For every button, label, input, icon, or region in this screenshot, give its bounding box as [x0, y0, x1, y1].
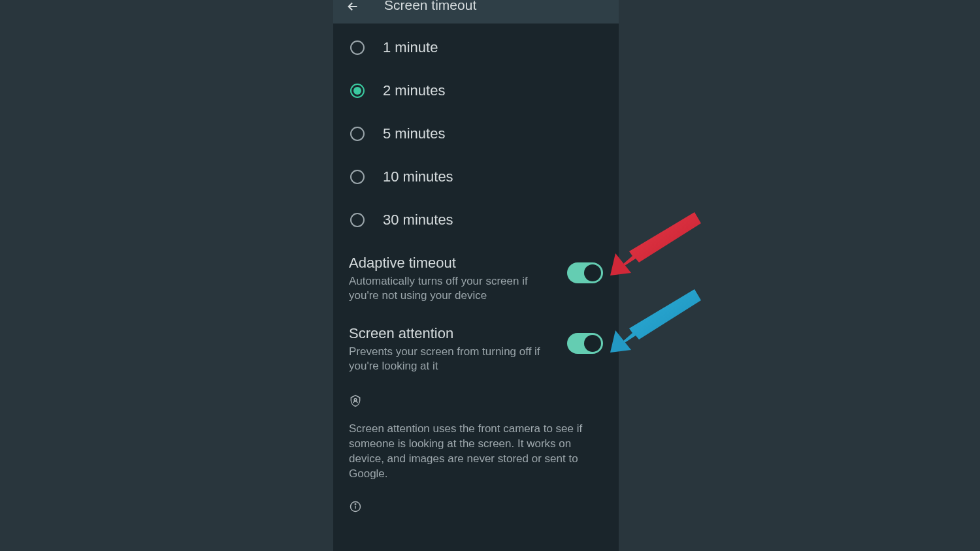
svg-point-0	[354, 399, 357, 401]
radio-label: 30 minutes	[383, 212, 453, 228]
toggle-text-block: Screen attention Prevents your screen fr…	[349, 325, 567, 373]
info-icon[interactable]	[349, 500, 362, 513]
annotation-arrow-red-icon	[606, 209, 704, 281]
header-bar: Screen timeout	[333, 0, 619, 24]
timeout-options-list: 1 minute 2 minutes 5 minutes 10 minutes …	[333, 24, 619, 244]
annotation-arrow-blue-icon	[606, 286, 704, 358]
privacy-note-section: Screen attention uses the front camera t…	[333, 385, 619, 525]
adaptive-timeout-desc: Automatically turns off your screen if y…	[349, 274, 557, 303]
toggle-knob-icon	[584, 335, 601, 352]
svg-marker-4	[612, 212, 701, 274]
page-title: Screen timeout	[384, 0, 476, 13]
radio-icon	[350, 40, 365, 55]
radio-option-10-minutes[interactable]: 10 minutes	[333, 155, 619, 198]
radio-icon	[350, 84, 365, 98]
radio-label: 1 minute	[383, 39, 438, 56]
privacy-shield-icon	[349, 394, 362, 407]
screen-attention-title: Screen attention	[349, 325, 557, 342]
toggle-knob-icon	[584, 264, 601, 281]
radio-icon	[350, 213, 365, 227]
adaptive-timeout-toggle[interactable]	[567, 262, 603, 283]
radio-label: 2 minutes	[383, 82, 445, 99]
settings-screen: Screen timeout 1 minute 2 minutes 5 minu…	[333, 0, 619, 551]
screen-attention-row[interactable]: Screen attention Prevents your screen fr…	[333, 315, 619, 385]
radio-label: 5 minutes	[383, 125, 445, 142]
radio-option-30-minutes[interactable]: 30 minutes	[333, 198, 619, 242]
screen-attention-toggle[interactable]	[567, 333, 603, 354]
toggle-text-block: Adaptive timeout Automatically turns off…	[349, 255, 567, 303]
radio-icon	[350, 127, 365, 141]
radio-icon	[350, 170, 365, 184]
back-arrow-icon[interactable]	[345, 0, 361, 14]
radio-option-1-minute[interactable]: 1 minute	[333, 26, 619, 69]
radio-label: 10 minutes	[383, 168, 453, 185]
screen-attention-desc: Prevents your screen from turning off if…	[349, 345, 557, 373]
svg-point-3	[355, 504, 356, 505]
radio-option-5-minutes[interactable]: 5 minutes	[333, 112, 619, 155]
svg-marker-6	[612, 289, 701, 351]
privacy-note-text: Screen attention uses the front camera t…	[349, 422, 603, 482]
radio-option-2-minutes[interactable]: 2 minutes	[333, 69, 619, 112]
adaptive-timeout-title: Adaptive timeout	[349, 255, 557, 272]
adaptive-timeout-row[interactable]: Adaptive timeout Automatically turns off…	[333, 244, 619, 315]
